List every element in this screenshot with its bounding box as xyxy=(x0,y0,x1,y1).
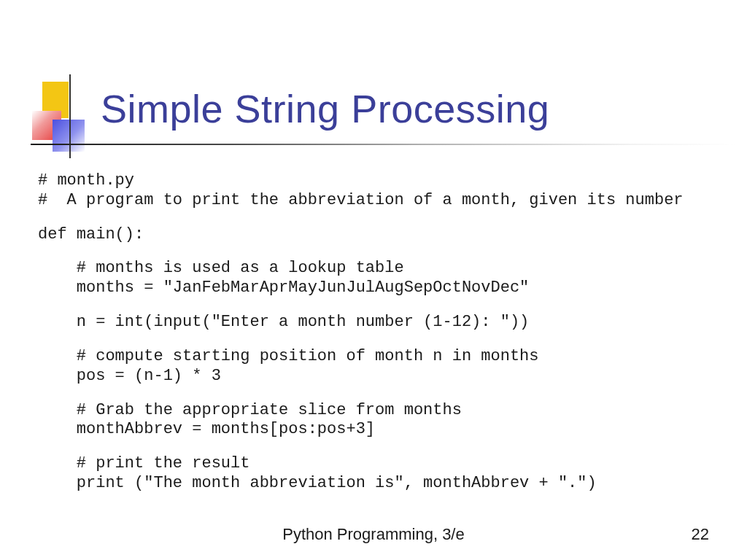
code-block-1: # month.py # A program to print the abbr… xyxy=(38,171,732,211)
code-block-4: n = int(input("Enter a month number (1-1… xyxy=(38,313,732,332)
slide-decoration xyxy=(32,82,85,149)
code-block-7: # print the result print ("The month abb… xyxy=(38,454,732,494)
code-block-3: # months is used as a lookup table month… xyxy=(38,259,732,298)
footer-text: Python Programming, 3/e xyxy=(0,525,747,544)
vertical-rule xyxy=(69,74,71,158)
code-block-5: # compute starting position of month n i… xyxy=(38,347,732,386)
slide-title: Simple String Processing xyxy=(101,86,549,131)
horizontal-rule xyxy=(31,144,736,145)
code-block-2: def main(): xyxy=(38,225,732,245)
page-number: 22 xyxy=(692,525,709,544)
code-content: # month.py # A program to print the abbr… xyxy=(38,171,732,508)
code-block-6: # Grab the appropriate slice from months… xyxy=(38,401,732,440)
blue-gradient-square xyxy=(53,120,85,152)
